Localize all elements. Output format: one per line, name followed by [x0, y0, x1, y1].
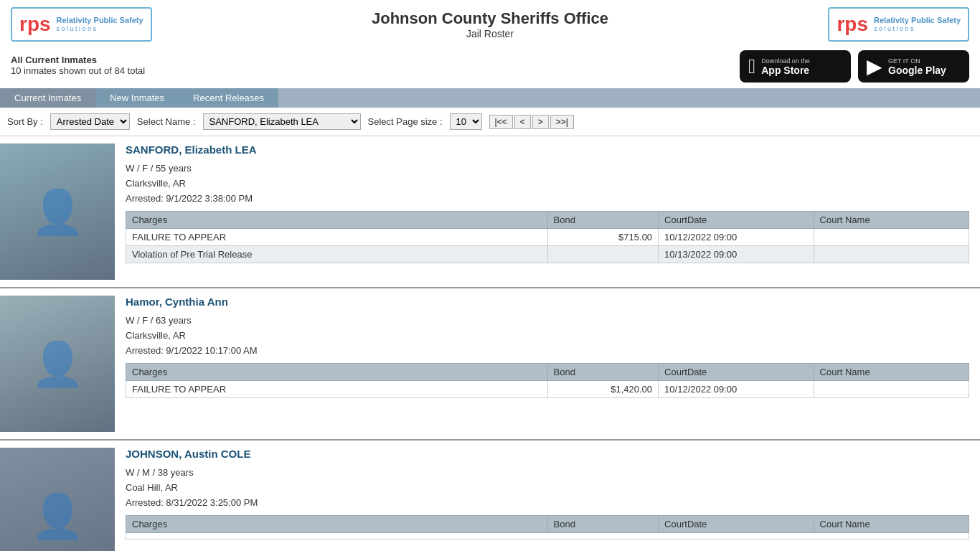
charges-header: Charges [126, 212, 548, 229]
inmate-arrested-date: Arrested: 8/31/2022 3:25:00 PM [126, 497, 969, 508]
google-play-big-label: Google Play [888, 65, 946, 76]
tab-recent-releases[interactable]: Recent Releases [179, 88, 278, 108]
apple-icon:  [748, 55, 755, 78]
app-store-badge[interactable]:  Download on the App Store [740, 50, 851, 83]
charge-value: FAILURE TO APPEAR [126, 229, 548, 246]
inmate-row: 👤 JOHNSON, Austin COLE W / M / 38 years … [0, 441, 980, 551]
google-play-badge[interactable]: ▶ GET IT ON Google Play [858, 50, 969, 83]
bond-value: $1,420.00 [547, 381, 659, 398]
bond-header-empty: Bond [547, 516, 659, 533]
inmate-location: Coal Hill, AR [126, 482, 969, 493]
pagesize-select[interactable]: 10 [450, 113, 482, 130]
pager-last[interactable]: >>| [550, 115, 574, 129]
logo-company-name: Relativity Public Safety [57, 15, 143, 25]
court-date-value: 10/12/2022 09:00 [659, 229, 814, 246]
logo-description-right: Relativity Public Safety s o l u t i o n… [874, 15, 961, 34]
logo-rps-text: rps [19, 13, 51, 36]
page-header: rps Relativity Public Safety s o l u t i… [0, 0, 980, 44]
courtdate-header: CourtDate [659, 212, 814, 229]
inmate-name[interactable]: JOHNSON, Austin COLE [126, 448, 969, 460]
inmate-row: 👤 Hamor, Cynthia Ann W / F / 63 years Cl… [0, 288, 980, 441]
pager-first[interactable]: |<< [489, 115, 513, 129]
inmate-demographics: W / F / 63 years [126, 315, 969, 326]
inmate-arrested-date: Arrested: 9/1/2022 3:38:00 PM [126, 193, 969, 204]
charges-table-empty: Charges Bond CourtDate Court Name [126, 515, 969, 540]
name-select[interactable]: SANFORD, Elizabeth LEA [203, 113, 361, 130]
logo-tagline-right: s o l u t i o n s [874, 25, 914, 32]
logo-tagline: s o l u t i o n s [57, 25, 97, 32]
pager-prev[interactable]: < [514, 115, 531, 129]
court-name-value [814, 229, 969, 246]
name-label: Select Name : [137, 116, 196, 127]
photo-placeholder-icon: 👤 [31, 339, 85, 390]
header-title-section: Johnson County Sheriffs Office Jail Rost… [372, 9, 608, 39]
charges-table: Charges Bond CourtDate Court Name FAILUR… [126, 211, 969, 263]
no-charges [126, 533, 969, 540]
court-date-value: 10/12/2022 09:00 [659, 381, 814, 398]
logo-rps-text-right: rps [837, 13, 868, 36]
bond-value [547, 246, 659, 263]
photo-placeholder-icon: 👤 [31, 491, 85, 542]
inmate-row: 👤 SANFORD, Elizabeth LEA W / F / 55 year… [0, 136, 980, 288]
inmate-details-section: Hamor, Cynthia Ann W / F / 63 years Clar… [115, 296, 980, 432]
inmate-demographics: W / M / 38 years [126, 467, 969, 478]
charges-table: Charges Bond CourtDate Court Name FAILUR… [126, 363, 969, 398]
sort-label: Sort By : [7, 116, 43, 127]
inmates-summary: All Current Inmates 10 inmates shown out… [11, 55, 145, 76]
page-title: Johnson County Sheriffs Office [372, 9, 608, 28]
inmate-details-section: JOHNSON, Austin COLE W / M / 38 years Co… [115, 448, 980, 551]
tab-new-inmates[interactable]: New Inmates [95, 88, 179, 108]
inmate-photo: 👤 [0, 143, 115, 280]
google-play-small-label: GET IT ON [888, 57, 946, 65]
photo-placeholder-icon: 👤 [31, 187, 85, 237]
court-name-value [814, 381, 969, 398]
page-subtitle: Jail Roster [372, 28, 608, 39]
google-play-text: GET IT ON Google Play [888, 57, 946, 76]
sort-select[interactable]: Arrested Date [50, 113, 130, 130]
charges-header: Charges [126, 364, 548, 381]
courtdate-header-empty: CourtDate [659, 516, 814, 533]
courtdate-header: CourtDate [659, 364, 814, 381]
courtname-header: Court Name [814, 212, 969, 229]
logo-left: rps Relativity Public Safety s o l u t i… [11, 7, 152, 42]
pager-next[interactable]: > [532, 115, 549, 129]
charges-header-empty: Charges [126, 516, 548, 533]
inmate-photo: 👤 [0, 448, 115, 551]
court-name-value [814, 246, 969, 263]
charge-value: FAILURE TO APPEAR [126, 381, 548, 398]
inmate-location: Clarksville, AR [126, 178, 969, 189]
app-store-small-label: Download on the [761, 57, 810, 65]
app-badges-container:  Download on the App Store ▶ GET IT ON … [740, 50, 969, 83]
summary-line1: All Current Inmates [11, 55, 97, 65]
navigation-tabs: Current Inmates New Inmates Recent Relea… [0, 88, 980, 108]
filter-controls: Sort By : Arrested Date Select Name : SA… [0, 108, 980, 136]
inmate-list: 👤 SANFORD, Elizabeth LEA W / F / 55 year… [0, 136, 980, 551]
tab-current-inmates[interactable]: Current Inmates [0, 88, 95, 108]
inmate-demographics: W / F / 55 years [126, 163, 969, 174]
inmate-name[interactable]: SANFORD, Elizabeth LEA [126, 143, 969, 156]
bond-header: Bond [547, 364, 659, 381]
inmate-name[interactable]: Hamor, Cynthia Ann [126, 296, 969, 308]
inmate-details-section: SANFORD, Elizabeth LEA W / F / 55 years … [115, 143, 980, 280]
logo-company-name-right: Relativity Public Safety [874, 15, 961, 25]
summary-line2: 10 inmates shown out of 84 total [11, 65, 145, 76]
inmate-arrested-date: Arrested: 9/1/2022 10:17:00 AM [126, 345, 969, 356]
courtname-header-empty: Court Name [814, 516, 969, 533]
google-play-icon: ▶ [867, 55, 882, 78]
bond-value: $715.00 [547, 229, 659, 246]
pagination-controls: |<< < > >>| [489, 115, 574, 129]
inmate-photo: 👤 [0, 296, 115, 432]
app-store-big-label: App Store [761, 65, 810, 76]
app-store-text: Download on the App Store [761, 57, 810, 76]
court-date-value: 10/13/2022 09:00 [659, 246, 814, 263]
charge-value: Violation of Pre Trial Release [126, 246, 548, 263]
logo-right: rps Relativity Public Safety s o l u t i… [828, 7, 969, 42]
bond-header: Bond [547, 212, 659, 229]
pagesize-label: Select Page size : [368, 116, 443, 127]
logo-description: Relativity Public Safety s o l u t i o n… [57, 15, 143, 34]
courtname-header: Court Name [814, 364, 969, 381]
inmate-location: Clarksville, AR [126, 330, 969, 341]
